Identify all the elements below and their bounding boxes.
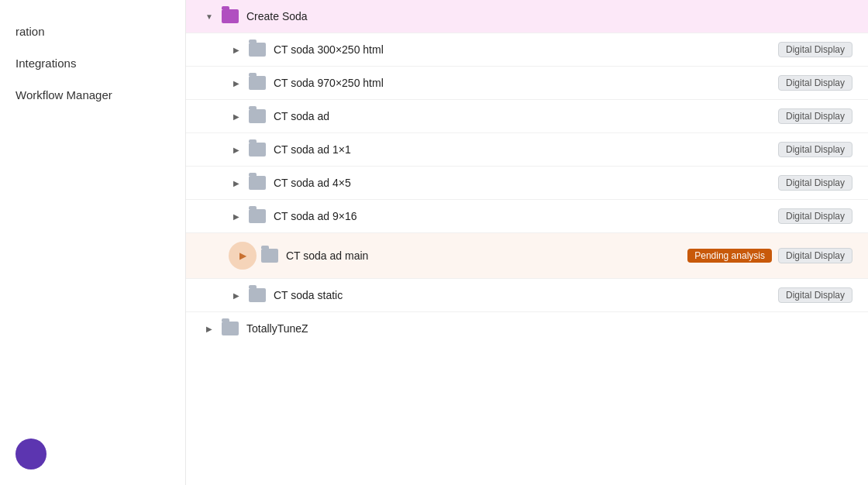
chevron-right-icon[interactable] [229,108,244,124]
sidebar-footer [0,439,185,485]
digital-display-badge: Digital Display [778,248,852,263]
chevron-circle-icon[interactable] [229,242,257,270]
sidebar-item-label: Workflow Manager [16,88,112,101]
tree-row-ct-soda-ad-main[interactable]: CT soda ad mainPending analysisDigital D… [186,233,868,279]
chevron-down-icon[interactable] [202,9,217,24]
tree-row-totally-tunez[interactable]: TotallyTuneZ [186,312,868,345]
item-name: CT soda ad 1×1 [274,143,772,156]
digital-display-badge: Digital Display [778,42,852,57]
folder-icon [222,9,239,23]
digital-display-badge: Digital Display [778,108,852,124]
tree-row-ct-soda-970[interactable]: CT soda 970×250 htmlDigital Display [186,67,868,100]
folder-icon [249,43,266,57]
folder-icon [249,288,266,302]
main-content: Create SodaCT soda 300×250 htmlDigital D… [186,0,868,485]
sidebar-item-ration[interactable]: ration [0,15,185,47]
digital-display-badge: Digital Display [778,287,852,303]
item-name: CT soda static [274,289,772,301]
tree-row-create-soda[interactable]: Create Soda [186,0,868,33]
chevron-right-icon[interactable] [229,42,244,57]
chevron-right-icon[interactable] [229,75,244,91]
item-name: CT soda ad main [286,249,681,262]
folder-icon [249,109,266,123]
digital-display-badge: Digital Display [778,142,852,157]
chevron-right-icon[interactable] [229,287,244,303]
chevron-right-icon[interactable] [202,321,217,336]
folder-icon [249,176,266,190]
item-name: CT soda ad 9×16 [274,210,772,222]
tree-row-ct-soda-ad-9x16[interactable]: CT soda ad 9×16Digital Display [186,200,868,233]
avatar[interactable] [16,439,46,470]
sidebar-item-workflow-manager[interactable]: Workflow Manager [0,79,185,111]
chevron-right-icon[interactable] [229,142,244,157]
folder-icon [249,143,266,157]
item-name: CT soda ad [274,110,772,122]
folder-icon [249,209,266,223]
sidebar-item-label: Integrations [16,57,76,70]
folder-icon [222,322,239,335]
digital-display-badge: Digital Display [778,75,852,91]
item-name: TotallyTuneZ [246,322,852,335]
chevron-right-icon[interactable] [229,175,244,191]
chevron-right-icon[interactable] [229,208,244,224]
digital-display-badge: Digital Display [778,175,852,191]
sidebar: ration Integrations Workflow Manager [0,0,186,485]
tree-row-ct-soda-ad-4x5[interactable]: CT soda ad 4×5Digital Display [186,167,868,200]
pending-analysis-badge: Pending analysis [687,249,772,263]
tree-row-ct-soda-static[interactable]: CT soda staticDigital Display [186,279,868,312]
folder-icon [261,249,278,263]
item-name: CT soda 300×250 html [274,43,772,56]
folder-icon [249,76,266,90]
sidebar-item-integrations[interactable]: Integrations [0,47,185,79]
item-name: CT soda 970×250 html [274,77,772,89]
tree-row-ct-soda-ad-1x1[interactable]: CT soda ad 1×1Digital Display [186,133,868,167]
file-tree: Create SodaCT soda 300×250 htmlDigital D… [186,0,868,345]
item-name: CT soda ad 4×5 [274,177,772,189]
tree-row-ct-soda-300[interactable]: CT soda 300×250 htmlDigital Display [186,33,868,67]
sidebar-spacer [0,111,185,439]
tree-row-ct-soda-ad[interactable]: CT soda adDigital Display [186,100,868,133]
digital-display-badge: Digital Display [778,208,852,224]
item-name: Create Soda [246,10,852,22]
sidebar-item-label: ration [16,25,45,38]
